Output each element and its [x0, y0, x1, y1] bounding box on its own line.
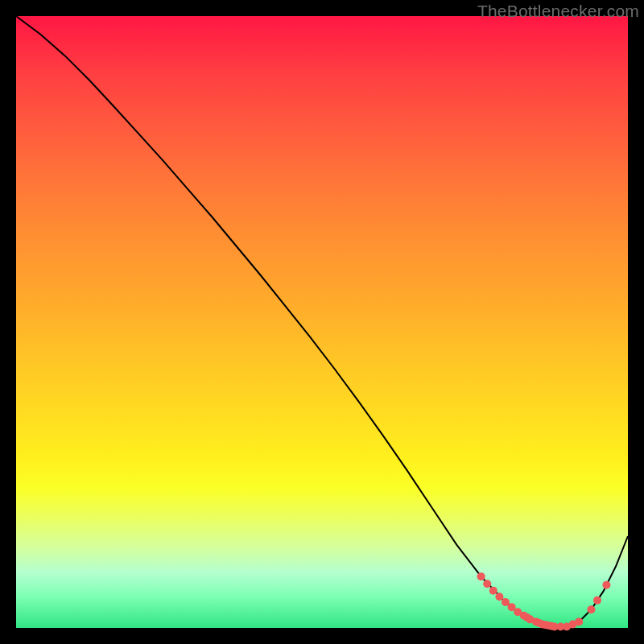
data-marker — [575, 617, 583, 625]
data-marker — [489, 587, 497, 595]
bottleneck-curve — [16, 16, 628, 626]
plot-area — [16, 16, 628, 628]
data-marker — [602, 581, 610, 589]
data-marker — [477, 572, 485, 580]
data-marker — [495, 592, 503, 601]
data-marker — [587, 605, 595, 613]
watermark: TheBottlenecker.com — [477, 2, 639, 21]
data-marker — [593, 597, 601, 605]
data-marker — [483, 580, 491, 588]
curve-svg — [16, 16, 628, 628]
marker-group — [477, 572, 611, 630]
chart-frame: TheBottlenecker.com — [0, 0, 644, 644]
